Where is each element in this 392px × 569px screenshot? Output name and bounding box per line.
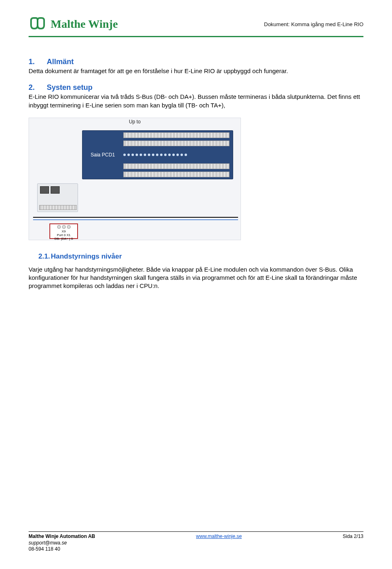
diagram-cpu-ports bbox=[40, 186, 60, 194]
footer-right: Sida 2/13 bbox=[343, 533, 363, 553]
section-2-body: E-Line RIO kommunicerar via två tråds S-… bbox=[29, 93, 363, 109]
section-2-number: 2. bbox=[29, 83, 45, 92]
footer-left: Malthe Winje Automation AB support@mwa.s… bbox=[29, 533, 95, 553]
diagram-connector-pins: DB- |DA+ | S bbox=[50, 237, 77, 241]
diagram-connector-box: X9 Port 0 X1 DB- |DA+ | S bbox=[49, 223, 78, 239]
section-1-title: Allmänt bbox=[47, 58, 74, 66]
page-header: Malthe Winje Dokument: Komma igång med E… bbox=[29, 16, 363, 37]
diagram-cpu-module bbox=[37, 183, 78, 212]
section-2-1-number: 2.1. bbox=[29, 252, 49, 261]
diagram-bus-line bbox=[33, 219, 238, 220]
diagram-pcd-label: Saia PCD1 bbox=[91, 152, 115, 158]
footer-center: www.malthe-winje.se bbox=[196, 533, 242, 553]
diagram-terminal-row bbox=[123, 172, 229, 177]
section-2-title: Systen setup bbox=[47, 83, 92, 91]
diagram-cpu-terminal bbox=[39, 205, 77, 210]
brand-logo-block: Malthe Winje bbox=[29, 16, 118, 32]
section-1-number: 1. bbox=[29, 58, 45, 66]
document-label: Dokument: Komma igång med E-Line RIO bbox=[264, 21, 364, 27]
section-1-body: Detta dokument är framtaget för att ge e… bbox=[29, 67, 363, 75]
section-1: 1. Allmänt Detta dokument är framtaget f… bbox=[29, 58, 363, 75]
footer-url-link[interactable]: www.malthe-winje.se bbox=[196, 533, 242, 539]
brand-logo-icon bbox=[29, 16, 47, 32]
footer-phone: 08-594 118 40 bbox=[29, 546, 95, 553]
page-footer: Malthe Winje Automation AB support@mwa.s… bbox=[29, 531, 363, 553]
diagram-terminal-row bbox=[123, 141, 229, 146]
diagram-terminal-row bbox=[123, 163, 229, 169]
diagram-connector-x9: X9 bbox=[50, 230, 77, 233]
diagram-bus-line bbox=[33, 217, 238, 218]
diagram-upto-label: Up to bbox=[129, 119, 141, 125]
footer-email: support@mwa.se bbox=[29, 540, 95, 547]
diagram-connector-port: Port 0 X1 bbox=[50, 233, 77, 237]
section-2-1-body: Varje utgång har handstyrningsmöjlighete… bbox=[29, 266, 363, 290]
section-2-1-title: Handstyrnings nivåer bbox=[51, 252, 122, 260]
diagram-led-row bbox=[123, 154, 187, 156]
system-diagram: Up to Saia PCD1 X9 Port 0 X1 DB- |DA+ | … bbox=[29, 118, 241, 240]
diagram-pcd-module: Saia PCD1 bbox=[82, 130, 233, 179]
footer-page-number: Sida 2/13 bbox=[343, 533, 363, 539]
section-2: 2. Systen setup E-Line RIO kommunicerar … bbox=[29, 83, 363, 109]
section-2-1-head: 2.1. Handstyrnings nivåer bbox=[29, 252, 363, 261]
footer-company: Malthe Winje Automation AB bbox=[29, 533, 95, 540]
diagram-terminal-row bbox=[123, 132, 229, 138]
brand-name: Malthe Winje bbox=[51, 18, 118, 31]
